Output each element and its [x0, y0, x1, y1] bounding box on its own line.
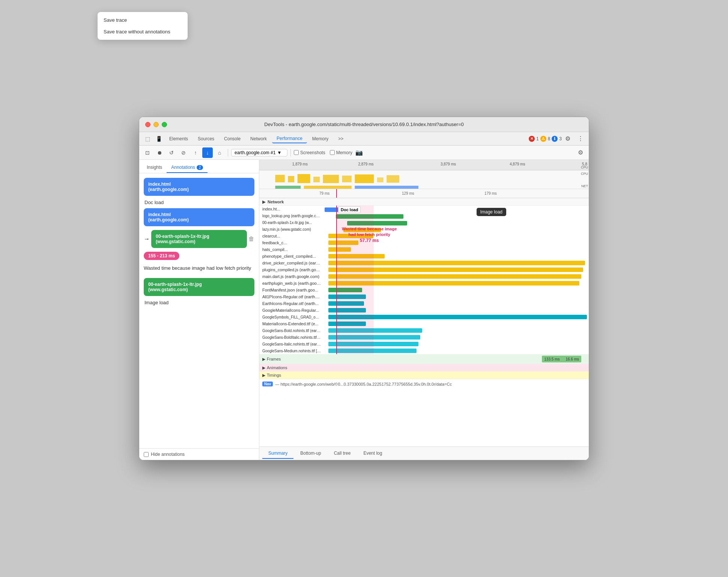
- svg-rect-11: [355, 186, 418, 189]
- svg-rect-10: [304, 186, 352, 189]
- tab-summary[interactable]: Summary: [262, 448, 293, 459]
- delete-annotation-icon[interactable]: 🗑: [248, 236, 254, 242]
- time-marker-line: [336, 189, 337, 198]
- network-row-lazy: lazy.min.js (www.gstatic.com): [259, 226, 589, 233]
- traffic-lights: [145, 122, 167, 127]
- tab-bottom-up[interactable]: Bottom-up: [294, 448, 327, 459]
- ms-4879: 4,879 ms: [510, 162, 525, 166]
- tab-memory[interactable]: Memory: [308, 135, 333, 143]
- svg-rect-8: [387, 175, 399, 183]
- expand-animations-icon[interactable]: ▶: [262, 365, 265, 370]
- network-row-plugins: plugins_compiled.js (earth.google.com): [259, 266, 589, 273]
- net-label-clearcut: clearcut...: [261, 234, 321, 238]
- tab-sources[interactable]: Sources: [193, 135, 219, 143]
- clear-icon[interactable]: ⊘: [178, 147, 189, 158]
- annotations-tab[interactable]: Annotations2: [167, 162, 208, 173]
- tab-console[interactable]: Console: [220, 135, 245, 143]
- svg-rect-4: [323, 175, 339, 183]
- network-row-gsbolditalic: GoogleSans-BoldItalic.nohints.ttf (earth…: [259, 334, 589, 341]
- network-expand-icon[interactable]: ▶: [262, 200, 265, 204]
- annotation-card-doc-load: index.html(earth.google.com): [144, 178, 254, 196]
- nav-url: — https://earth-google.com/web/©0...0.37…: [275, 382, 586, 386]
- url-selector[interactable]: earth.google.com #1 ▼: [231, 149, 287, 156]
- device-icon[interactable]: 📱: [153, 134, 164, 144]
- expand-timings-icon[interactable]: ▶: [262, 373, 265, 378]
- net-label-googlesymbols: GoogleSymbols_FILL_GRAD_opsz_wght.ttf (e…: [261, 315, 321, 319]
- minimize-button[interactable]: [153, 122, 159, 127]
- frames-label: Frames: [267, 357, 281, 361]
- network-row-feedback: feedback_c...: [259, 239, 589, 246]
- red-count: 1: [536, 136, 539, 141]
- network-row-earthplugin: earthplugin_web.js (earth.google.com): [259, 280, 589, 287]
- refresh-icon[interactable]: ↺: [166, 147, 177, 158]
- net-label-splash: 00-earth-splash-1x-ltr.jpg (w...: [261, 221, 321, 225]
- settings-icon[interactable]: ⚙: [563, 134, 573, 144]
- ruler-179: 179 ms: [484, 191, 497, 195]
- upload-icon[interactable]: ↑: [190, 147, 201, 158]
- net-label-lazy: lazy.min.js (www.gstatic.com): [261, 227, 321, 231]
- annotation-title-1: index.html(earth.google.com): [148, 182, 189, 192]
- network-header-label: Network: [268, 200, 284, 204]
- wasted-text: Wasted time because image had low fetch …: [144, 264, 254, 272]
- image-load-tooltip: Image load: [477, 208, 506, 216]
- tab-event-log[interactable]: Event log: [357, 448, 388, 459]
- separator: [228, 149, 228, 156]
- arrow-icon: →: [144, 236, 150, 242]
- svg-rect-0: [275, 175, 284, 182]
- left-panel: Insights Annotations2 index.html(earth.g…: [139, 160, 259, 460]
- close-ruler: 79 ms 129 ms 179 ms: [259, 189, 589, 198]
- timings-label: Timings: [267, 373, 281, 377]
- hide-annotations-checkbox[interactable]: [144, 452, 149, 457]
- warning-count[interactable]: ⚠: [540, 136, 546, 142]
- tab-more[interactable]: >>: [334, 135, 348, 143]
- network-row-fontmanifest: FontManifest.json (earth.goo...: [259, 287, 589, 293]
- right-panel: 1,879 ms 2,879 ms 3,879 ms 4,879 ms 5,8 …: [259, 160, 589, 460]
- time-badge-container: 155 - 213 ms: [144, 252, 254, 262]
- network-row-gsitalic: GoogleSans-Italic.nohints.ttf (earth.goo…: [259, 341, 589, 347]
- tab-elements[interactable]: Elements: [165, 135, 193, 143]
- insights-tab[interactable]: Insights: [142, 162, 167, 173]
- maximize-button[interactable]: [162, 122, 167, 127]
- annotation-title-2: index.html(earth.google.com): [148, 212, 189, 222]
- error-count[interactable]: ✕: [529, 136, 535, 142]
- tab-call-tree[interactable]: Call tree: [328, 448, 357, 459]
- more-options-icon[interactable]: ⋮: [575, 134, 586, 144]
- url-selector-label: earth.google.com #1: [235, 150, 275, 155]
- doc-load-tooltip: Doc load: [338, 206, 361, 213]
- network-row-logo: logo_lookup.png (earth.google.com): [259, 212, 589, 219]
- net-label-gsitalic: GoogleSans-Italic.nohints.ttf (earth.goo…: [261, 342, 321, 346]
- info-count[interactable]: ℹ: [552, 136, 558, 142]
- tab-network[interactable]: Network: [246, 135, 271, 143]
- cpu-chart: CPU NET: [259, 170, 589, 189]
- performance-toolbar: ⊡ ⏺ ↺ ⊘ ↑ ↓ ⌂ earth.google.com #1 ▼ Scre…: [139, 146, 589, 160]
- frames-time-2: 16.6 ms: [566, 357, 579, 361]
- net-label-index: index.ht...: [261, 207, 321, 211]
- annotations-badge: 2: [197, 165, 203, 170]
- network-row-main: main.dart.js (earth.google.com): [259, 273, 589, 280]
- screenshots-checkbox[interactable]: [294, 150, 299, 155]
- net-label-main: main.dart.js (earth.google.com): [261, 274, 321, 279]
- record-icon[interactable]: ⏺: [154, 147, 165, 158]
- chevron-down-icon: ▼: [277, 150, 281, 155]
- svg-rect-6: [355, 174, 374, 183]
- frames-bar: 133.5 ms 16.6 ms: [542, 356, 581, 362]
- tab-performance[interactable]: Performance: [272, 134, 307, 143]
- frames-time-1: 133.5 ms: [544, 357, 560, 361]
- network-row-splash: 00-earth-splash-1x-ltr.jpg (w... Image l…: [259, 219, 589, 226]
- camera-icon[interactable]: 📷: [354, 147, 364, 158]
- net-label-fontmanifest: FontManifest.json (earth.goo...: [261, 288, 321, 292]
- memory-checkbox-group: Memory: [330, 150, 352, 155]
- devtools-window: DevTools - earth.google.com/static/multi…: [139, 117, 589, 460]
- network-row-gsmedium: GoogleSans-Medium.nohints.ttf [earth.goo…: [259, 347, 589, 354]
- close-button[interactable]: [145, 122, 150, 127]
- record-stop-icon[interactable]: ⊡: [142, 147, 153, 158]
- download-button[interactable]: ↓: [202, 147, 213, 158]
- memory-checkbox[interactable]: [330, 150, 335, 155]
- network-row-drive: drive_picker_compiled.js (earth.google.c…: [259, 260, 589, 266]
- expand-frames-icon[interactable]: ▶: [262, 357, 265, 362]
- toolbar-settings-icon[interactable]: ⚙: [575, 147, 586, 158]
- cpu-bars: [259, 173, 578, 184]
- inspect-icon[interactable]: ⬚: [142, 134, 153, 144]
- home-icon[interactable]: ⌂: [214, 147, 225, 158]
- wasted-overlay: [336, 206, 374, 354]
